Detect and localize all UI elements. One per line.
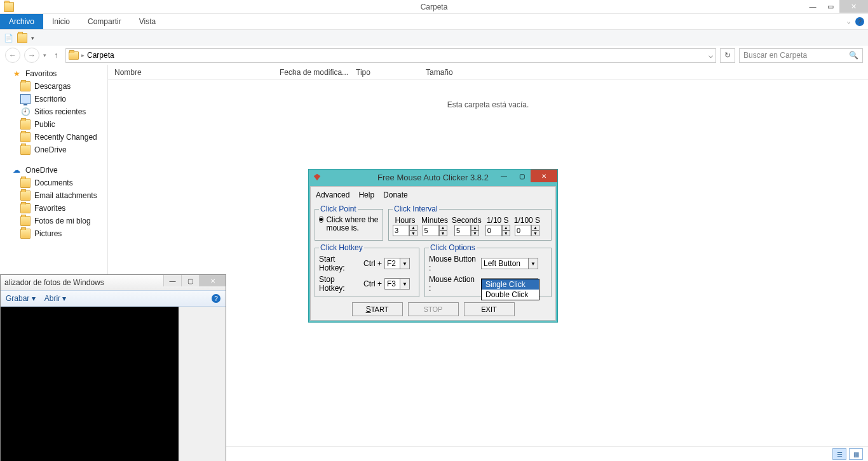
sidebar-item-escritorio[interactable]: Escritorio [0,93,107,105]
input-seconds[interactable] [454,225,471,236]
stop-button[interactable]: STOP [408,302,459,316]
col-date[interactable]: Fecha de modifica... [273,68,349,77]
input-minutes[interactable] [423,225,439,236]
ac-close-button[interactable]: ✕ [531,170,557,182]
folder-icon [20,190,31,201]
group-click-interval: Click Interval Hours▲▼ Minutes▲▼ Seconds… [388,204,552,241]
sort-indicator-icon: ▴ [292,69,295,75]
up-button[interactable]: ↑ [50,51,62,60]
recent-dropdown-icon[interactable]: ▾ [43,52,46,58]
sidebar-onedrive[interactable]: ☁OneDrive [0,164,107,177]
sidebar-item-public[interactable]: Public [0,118,107,131]
recent-icon: 🕘 [20,107,31,117]
tab-vista[interactable]: Vista [130,14,165,29]
input-hund[interactable] [515,225,531,236]
properties-icon[interactable]: 📄 [4,34,13,43]
folder-icon [69,51,79,60]
col-size[interactable]: Tamaño [419,68,453,77]
pv-help-icon[interactable]: ? [212,294,220,303]
spin-up[interactable]: ▲ [409,225,417,230]
ribbon-collapse-icon[interactable]: ⌵ [847,18,850,25]
window-title: Carpeta [421,3,448,11]
column-headers: Nombre ▴ Fecha de modifica... Tipo Tamañ… [108,65,868,80]
folder-icon [4,2,14,12]
sidebar-item-onedrive-link[interactable]: OneDrive [0,144,107,156]
explorer-titlebar: Carpeta ― ▭ ✕ [0,0,868,14]
spin-down[interactable]: ▼ [409,230,417,236]
folder-icon[interactable] [17,33,27,43]
ruby-icon [313,173,322,182]
pv-canvas [1,307,226,461]
sidebar-item-pictures[interactable]: Pictures [0,227,107,240]
search-input[interactable]: Buscar en Carpeta 🔍 [739,48,863,63]
pv-close-button[interactable]: ✕ [199,275,226,286]
pv-grabar-button[interactable]: Grabar ▾ [6,294,36,303]
pv-abrir-button[interactable]: Abrir ▾ [44,294,67,303]
pv-minimize-button[interactable]: ― [163,275,181,286]
view-details-button[interactable]: ☰ [832,448,846,460]
path-dropdown-icon[interactable]: ⌵ [709,51,713,60]
menu-advanced[interactable]: Advanced [316,190,349,199]
mouse-action-dropdown: Single Click Double Click [481,279,539,300]
pv-maximize-button[interactable]: ▢ [181,275,199,286]
refresh-button[interactable]: ↻ [720,48,735,63]
path-segment[interactable]: Carpeta [87,51,114,60]
combo-stop-hotkey[interactable]: F3▼ [384,278,410,290]
input-hours[interactable] [393,225,409,236]
folder-icon [20,119,31,130]
folder-icon [20,229,31,239]
start-button[interactable]: SSTARTTART [352,302,403,316]
col-type[interactable]: Tipo [349,68,419,77]
folder-icon [20,145,31,155]
cloud-icon: ☁ [11,165,22,175]
menu-donate[interactable]: Donate [383,190,408,199]
ac-titlebar[interactable]: Free Mouse Auto Clicker 3.8.2 ― ▢ ✕ [309,170,557,185]
group-click-options: Click Options Mouse Button : Left Button… [424,243,552,297]
option-double-click[interactable]: Double Click [482,290,539,300]
pv-titlebar[interactable]: alizador de fotos de Windows ― ▢ ✕ [1,275,226,290]
col-name[interactable]: Nombre [108,68,273,77]
autoclicker-window: Free Mouse Auto Clicker 3.8.2 ― ▢ ✕ Adva… [308,169,558,323]
tab-inicio[interactable]: Inicio [43,14,79,29]
ac-minimize-button[interactable]: ― [495,170,513,182]
input-tenth[interactable] [485,225,502,236]
sidebar-item-recently-changed[interactable]: Recently Changed [0,131,107,144]
folder-icon [20,132,31,142]
folder-icon [20,216,31,226]
ac-title: Free Mouse Auto Clicker 3.8.2 [377,173,489,182]
pv-toolbar: Grabar ▾ Abrir ▾ ? [1,290,226,307]
minimize-button[interactable]: ― [804,0,822,13]
menu-help[interactable]: Help [358,190,374,199]
qat-dropdown-icon[interactable]: ▾ [31,35,34,41]
ribbon: Archivo Inicio Compartir Vista ⌵ ? [0,14,868,30]
sidebar-item-email[interactable]: Email attachments [0,189,107,202]
group-click-point: Click Point Click where the mouse is. [315,204,383,241]
back-button[interactable]: ← [5,48,20,63]
sidebar-item-documents[interactable]: Documents [0,177,107,189]
quick-access-toolbar: 📄 ▾ [0,30,868,46]
maximize-button[interactable]: ▭ [822,0,839,13]
sidebar-item-fotos[interactable]: Fotos de mi blog [0,215,107,227]
tab-archivo[interactable]: Archivo [0,14,43,29]
search-icon: 🔍 [849,51,858,60]
pv-title-text: alizador de fotos de Windows [4,278,104,287]
address-bar[interactable]: ▸ Carpeta ⌵ [65,48,716,63]
sidebar-item-recientes[interactable]: 🕘Sitios recientes [0,105,107,118]
tab-compartir[interactable]: Compartir [79,14,130,29]
sidebar-favorites[interactable]: ★Favoritos [0,67,107,80]
view-icons-button[interactable]: ▦ [849,448,863,460]
sidebar-item-favorites[interactable]: Favorites [0,202,107,215]
ac-maximize-button[interactable]: ▢ [513,170,531,182]
radio-where-mouse[interactable] [319,216,323,223]
folder-icon [20,203,31,213]
sidebar-item-descargas[interactable]: Descargas [0,80,107,93]
folder-icon [20,81,31,91]
exit-button[interactable]: EXIT [464,302,515,316]
close-button[interactable]: ✕ [839,0,868,13]
svg-marker-0 [314,174,321,181]
help-icon[interactable]: ? [855,17,864,26]
option-single-click[interactable]: Single Click [482,279,539,290]
forward-button[interactable]: → [24,48,39,63]
combo-mouse-button[interactable]: Left Button▼ [481,258,538,269]
combo-start-hotkey[interactable]: F2▼ [384,258,410,269]
